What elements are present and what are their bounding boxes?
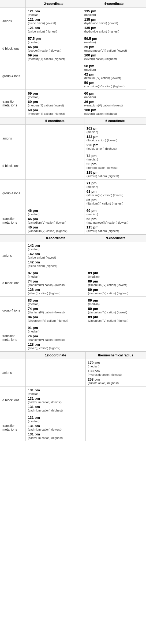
col-header-left: 5-coordinate (26, 117, 84, 125)
pm-value: 46 pm (28, 209, 38, 213)
pm-value: 57.5 pm (28, 37, 41, 41)
table-row: d block ions57.5 pm(median)46 pm(copper(… (0, 35, 146, 62)
row-header-spacer (0, 352, 26, 359)
list-item: 220 pm(iodide anion) (highest) (87, 143, 144, 150)
pm-value: 87 pm (28, 271, 38, 275)
list-item: 89 pm(zirconium(IV) cation) (highest) (88, 288, 144, 295)
list-item: 46 pm(vanadium(V) cation) (lowest) (28, 217, 82, 224)
list-item: 142 pm(oxide anion) (lowest) (28, 252, 84, 259)
pm-sub-label: (median) (28, 420, 83, 423)
list-item: 58 pm(median) (84, 64, 144, 71)
pm-value: 258 pm (88, 377, 100, 381)
app: 2-coordinate4-coordinateanions121 pm(med… (0, 0, 146, 441)
pm-value: 135 pm (84, 17, 96, 22)
list-item: 46 pm(median) (28, 209, 82, 216)
list-item: 135 pm(hydroxide anion) (highest) (84, 26, 144, 33)
cell-left (26, 152, 84, 180)
list-item: 142 pm(oxide anion) (highest) (28, 260, 84, 267)
pm-sub-label: (iron(III) cation) (lowest) (87, 166, 144, 169)
pm-sub-label: (titanium(IV) cation) (lowest) (87, 194, 144, 197)
group-label: transition metal ions (0, 90, 26, 117)
list-item: 258 pm(sulfate anion) (highest) (88, 377, 144, 385)
row-header-spacer (0, 235, 26, 242)
table-row: d block ions72 pm(median)55 pm(iron(III)… (0, 152, 146, 180)
table-row: transition metal ions69 pm(median)69 pm(… (0, 90, 146, 117)
list-item: 69 pm(mercury(II) cation) (highest) (28, 53, 80, 60)
list-item: 115 pm(silver(I) cation) (highest) (87, 170, 144, 178)
pm-sub-label: (zirconium(IV) cation) (highest) (28, 319, 84, 322)
pm-sub-label: (vanadium(V) cation) (lowest) (28, 221, 82, 224)
group-label: transition metal ions (0, 414, 26, 441)
cell-right: 179 pm(median)133 pm(hydroxide anion) (l… (85, 359, 146, 387)
group-label: transition metal ions (0, 207, 26, 234)
pm-value: 69 pm (28, 100, 38, 104)
pm-sub-label: (zirconium(IV) cation) (lowest) (88, 283, 144, 287)
list-item: 131 pm(cadmium cation) (lowest) (28, 396, 83, 404)
cell-right: 89 pm(median)89 pm(zirconium(IV) cation)… (86, 269, 146, 297)
pm-sub-label: (median) (87, 130, 144, 134)
pm-value: 131 pm (28, 388, 40, 392)
col-header-right: 4-coordinate (82, 0, 146, 8)
pm-value: 142 pm (28, 244, 40, 248)
list-item: 131 pm(cadmium cation) (lowest) (28, 424, 83, 431)
pm-sub-label: (hydroxide anion) (lowest) (88, 373, 144, 376)
list-item: 131 pm(cadmium cation) (highest) (28, 432, 83, 439)
pm-sub-label: (cadmium cation) (lowest) (28, 400, 83, 404)
pm-value: 133 pm (87, 135, 99, 139)
list-item: 59.5 pm(median) (84, 37, 144, 44)
list-item: 89 pm(median) (88, 271, 144, 278)
pm-sub-label: (titanium(II) cation) (highest) (87, 202, 144, 205)
cell-left: 131 pm(median)131 pm(cadmium cation) (lo… (26, 414, 86, 441)
pm-sub-label: (median) (28, 248, 84, 251)
pm-value: 71 pm (87, 181, 97, 185)
table-row: d block ions87 pm(median)74 pm(titanium(… (0, 269, 146, 297)
list-item: 128 pm(silver(I) cation) (highest) (28, 288, 84, 295)
cell-left: 121 pm(median)121 pm(oxide anion) (lowes… (26, 8, 82, 35)
table-row: group 4 ions58 pm(median)42 pm(titanium(… (0, 62, 146, 90)
group-label: anions (0, 8, 26, 35)
cell-right: 72 pm(median)55 pm(iron(III) cation) (lo… (84, 152, 146, 180)
list-item: 91 pm(median) (28, 326, 84, 333)
pm-sub-label: (fluoride anion) (lowest) (87, 139, 144, 142)
pm-sub-label: (copper(I) cation) (lowest) (28, 49, 80, 52)
group-label: anions (0, 242, 26, 269)
pm-sub-label: (oxide anion) (lowest) (28, 256, 84, 259)
pm-value: 142 pm (28, 260, 40, 264)
pm-value: 69 pm (28, 91, 38, 95)
pm-value: 46 pm (28, 225, 38, 229)
pm-value: 133 pm (88, 369, 100, 373)
pm-sub-label: (titanium(IV) cation) (lowest) (28, 283, 84, 287)
pm-sub-label: (zirconium(IV) cation) (highest) (88, 292, 144, 295)
cell-left: 57.5 pm(median)46 pm(copper(I) cation) (… (26, 35, 82, 62)
group-label: anions (0, 125, 26, 152)
pm-value: 121 pm (28, 26, 40, 30)
list-item: 69 pm(median) (87, 209, 144, 216)
cell-right (85, 387, 146, 414)
list-item: 121 pm(median) (28, 9, 80, 16)
pm-sub-label: (hydroxide anion) (lowest) (84, 22, 144, 25)
pm-sub-label: (hydroxide anion) (highest) (84, 30, 144, 33)
cell-right: 59.5 pm(median)25 pm(manganese(VII) cati… (82, 35, 146, 62)
pm-sub-label: (cadmium cation) (lowest) (28, 428, 83, 431)
pm-value: 128 pm (28, 342, 40, 346)
pm-value: 59 pm (84, 81, 94, 85)
pm-value: 89 pm (88, 315, 98, 319)
pm-sub-label: (silver(I) cation) (highest) (84, 57, 144, 60)
pm-sub-label: (median) (84, 68, 144, 71)
pm-value: 89 pm (88, 279, 98, 283)
pm-sub-label: (oxide anion) (lowest) (28, 22, 80, 25)
pm-value: 115 pm (87, 225, 99, 229)
pm-value: 69 pm (28, 53, 38, 57)
table-row: transition metal ions46 pm(median)46 pm(… (0, 207, 146, 234)
table-row: anions162 pm(median)133 pm(fluoride anio… (0, 125, 146, 152)
pm-sub-label: (median) (28, 13, 80, 16)
pm-sub-label: (median) (87, 213, 144, 216)
pm-sub-label: (zirconium(IV) cation) (lowest) (88, 311, 144, 314)
cell-left: 87 pm(median)74 pm(titanium(IV) cation) … (26, 269, 86, 297)
pm-value: 86 pm (87, 198, 97, 202)
list-item: 115 pm(silver(I) cation) (highest) (87, 225, 144, 232)
list-item: 121 pm(oxide anion) (lowest) (28, 17, 80, 25)
col-header-right: 9-coordinate (86, 235, 146, 242)
pm-value: 83 pm (28, 298, 38, 302)
pm-sub-label: (zirconium(IV) cation) (highest) (84, 85, 144, 88)
